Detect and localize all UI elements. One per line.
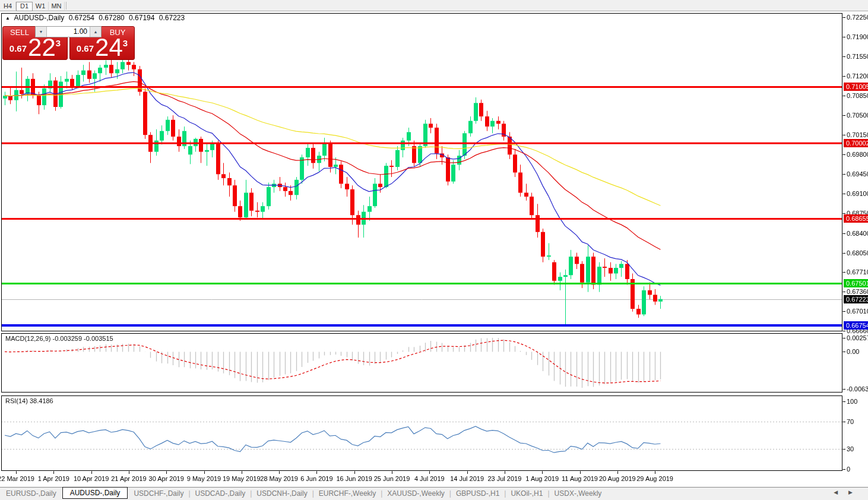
level-price-badge: 0.70002 bbox=[844, 139, 868, 147]
timeframe-button-h4[interactable]: H4 bbox=[0, 2, 16, 10]
date-axis-label: 25 Jun 2019 bbox=[374, 475, 410, 482]
price-axis-label: 0.67360 bbox=[847, 288, 868, 295]
price-axis-label: 0.68400 bbox=[847, 230, 868, 237]
price-axis-label: 0.70850 bbox=[847, 92, 868, 99]
tab-xauusd-weekly[interactable]: XAUUSD-,Weekly bbox=[381, 488, 450, 499]
macd-label: MACD(12,26,9) -0.003259 -0.003515 bbox=[5, 335, 113, 342]
buy-price-big: 24 bbox=[95, 36, 123, 59]
tab-audusd-daily[interactable]: AUDUSD-,Daily bbox=[62, 487, 128, 499]
sell-price: 0.67 22 3 bbox=[3, 36, 67, 59]
price-axis-label: 0.69800 bbox=[847, 151, 868, 158]
date-axis-label: 21 Apr 2019 bbox=[111, 475, 146, 482]
level-price-badge: 0.67501 bbox=[844, 279, 868, 287]
rsi-axis-label: 70 bbox=[847, 418, 854, 425]
date-axis-label: 11 Aug 2019 bbox=[562, 475, 598, 482]
date-axis-label: 19 May 2019 bbox=[223, 475, 261, 482]
sell-price-big: 22 bbox=[28, 36, 56, 59]
price-axis-label: 0.68050 bbox=[847, 249, 868, 257]
toolbar-separator bbox=[66, 2, 66, 10]
date-axis-label: 1 Apr 2019 bbox=[38, 475, 69, 482]
date-axis-label: 14 Jul 2019 bbox=[450, 475, 484, 482]
tab-usdcnh-daily[interactable]: USDCNH-,Daily bbox=[251, 488, 313, 499]
date-axis-label: 1 Aug 2019 bbox=[525, 475, 559, 482]
chart-open-value: 0.67254 bbox=[69, 14, 94, 22]
chart-symbol-label: AUDUSD-,Daily bbox=[14, 14, 65, 22]
buy-price-prefix: 0.67 bbox=[77, 43, 94, 53]
price-axis-label: 0.67710 bbox=[847, 268, 868, 276]
tab-eurusd-daily[interactable]: EURUSD-,Daily bbox=[0, 488, 62, 499]
current-price-badge: 0.67223 bbox=[844, 295, 868, 303]
sell-price-sup: 3 bbox=[56, 38, 61, 48]
volume-decrease-button[interactable]: ▼ bbox=[36, 27, 47, 37]
buy-price: 0.67 24 3 bbox=[70, 36, 134, 59]
date-axis-label: 29 Aug 2019 bbox=[636, 475, 673, 482]
rsi-axis-label: 0 bbox=[847, 466, 850, 473]
tab-scroll-right-icon[interactable]: ▶ bbox=[848, 489, 863, 495]
rsi-axis-label: 100 bbox=[847, 398, 857, 405]
chart-high-value: 0.67280 bbox=[99, 14, 124, 22]
price-axis-label: 0.70150 bbox=[847, 131, 868, 138]
date-axis-label: 20 Aug 2019 bbox=[599, 475, 636, 482]
tab-usdchf-daily[interactable]: USDCHF-,Daily bbox=[128, 488, 189, 499]
date-axis-label: 23 Jul 2019 bbox=[487, 475, 521, 482]
date-axis-label: 9 May 2019 bbox=[187, 475, 221, 482]
level-price-badge: 0.68655 bbox=[844, 214, 868, 223]
macd-axis-min: -0.006326 bbox=[847, 385, 868, 393]
date-axis-label: 4 Jul 2019 bbox=[414, 475, 445, 482]
date-axis-label: 30 Apr 2019 bbox=[149, 475, 184, 482]
chart-low-value: 0.67194 bbox=[129, 14, 154, 22]
level-price-badge: 0.71005 bbox=[844, 83, 868, 91]
price-axis-label: 0.71200 bbox=[847, 72, 868, 80]
sell-price-prefix: 0.67 bbox=[9, 43, 27, 53]
chart-tab-bar: EURUSD-,DailyAUDUSD-,DailyUSDCHF-,Daily|… bbox=[0, 488, 868, 500]
date-axis-label: 6 Jun 2019 bbox=[300, 475, 332, 482]
macd-main-value: -0.003259 bbox=[52, 335, 82, 342]
price-axis-label: 0.71900 bbox=[847, 33, 868, 40]
date-axis-label: 16 Jun 2019 bbox=[336, 475, 372, 482]
tab-usdx-weekly[interactable]: USDX-,Weekly bbox=[549, 488, 608, 499]
timeframe-button-d1[interactable]: D1 bbox=[16, 2, 33, 11]
level-price-badge: 0.66754 bbox=[844, 321, 868, 330]
date-axis-label: 22 Mar 2019 bbox=[0, 475, 34, 482]
chart-close-value: 0.67223 bbox=[159, 14, 185, 22]
rsi-axis-label: 30 bbox=[847, 445, 854, 452]
rsi-label: RSI(14) 38.4186 bbox=[5, 397, 53, 404]
price-axis-label: 0.67010 bbox=[847, 308, 868, 315]
volume-input[interactable]: 1.00 bbox=[47, 27, 90, 37]
timeframe-button-mn[interactable]: MN bbox=[49, 2, 65, 10]
price-axis-label: 0.70500 bbox=[847, 112, 868, 119]
macd-signal-value: -0.003515 bbox=[84, 335, 113, 342]
symbol-marker-icon: ▲ bbox=[5, 15, 10, 21]
chart-title: ▲ AUDUSD-,Daily 0.67254 0.67280 0.67194 … bbox=[5, 14, 187, 22]
price-axis-label: 0.69100 bbox=[847, 190, 868, 197]
tab-usdcad-daily[interactable]: USDCAD-,Daily bbox=[189, 488, 252, 499]
buy-price-sup: 3 bbox=[123, 38, 128, 48]
tab-eurchf-weekly[interactable]: EURCHF-,Weekly bbox=[313, 488, 382, 499]
price-axis-label: 0.69450 bbox=[847, 170, 868, 178]
tab-ukoil-h1[interactable]: UKOil-,H1 bbox=[505, 488, 549, 499]
macd-axis-zero: 0.00 bbox=[847, 348, 859, 355]
volume-increase-button[interactable]: ▲ bbox=[90, 27, 101, 37]
price-axis-label: 0.71550 bbox=[847, 53, 868, 60]
price-chart-canvas[interactable] bbox=[0, 0, 868, 500]
macd-axis-max: 0.002574 bbox=[847, 334, 868, 341]
tab-gbpusd-h1[interactable]: GBPUSD-,H1 bbox=[450, 488, 505, 499]
price-axis-label: 0.72250 bbox=[847, 14, 868, 21]
timeframe-toolbar: H4D1W1MN bbox=[0, 0, 868, 11]
date-axis-label: 10 Apr 2019 bbox=[74, 475, 109, 482]
rsi-value: 38.4186 bbox=[30, 397, 53, 404]
volume-spinner: ▼ 1.00 ▲ bbox=[35, 26, 102, 37]
date-axis-label: 28 May 2019 bbox=[260, 475, 298, 482]
timeframe-button-w1[interactable]: W1 bbox=[33, 2, 49, 10]
tab-scroll-left-icon[interactable]: ◀ bbox=[834, 489, 848, 495]
